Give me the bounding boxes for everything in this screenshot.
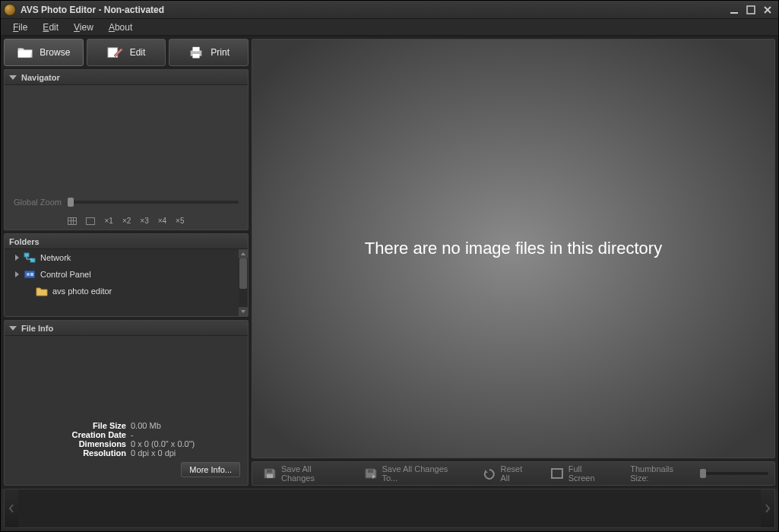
folders-title: Folders <box>9 237 40 246</box>
filesize-value: 0.00 Mb <box>131 421 240 430</box>
network-icon <box>24 252 36 263</box>
minimize-button[interactable] <box>727 4 742 16</box>
svg-rect-13 <box>367 470 372 473</box>
folders-panel: Folders Network Control Panel <box>4 233 249 317</box>
folder-icon <box>36 286 48 296</box>
empty-message: There are no image files in this directo… <box>365 239 662 258</box>
edit-label: Edit <box>130 47 146 58</box>
dimensions-value: 0 x 0 (0.0" x 0.0") <box>131 439 240 448</box>
svg-point-9 <box>27 273 30 276</box>
scroll-down-icon[interactable] <box>239 307 248 316</box>
menu-about[interactable]: About <box>101 21 140 34</box>
print-button[interactable]: Print <box>169 39 249 66</box>
reset-all-button[interactable]: Reset All <box>478 461 538 486</box>
collapse-icon <box>9 75 17 80</box>
fileinfo-grid: File Size 0.00 Mb Creation Date - Dimens… <box>12 421 240 458</box>
resolution-label: Resolution <box>12 448 126 458</box>
menubar: File Edit View About <box>1 19 778 36</box>
slider-thumb[interactable] <box>700 469 706 478</box>
full-screen-label: Full Screen <box>568 464 610 483</box>
filmstrip-left-button[interactable] <box>5 489 18 527</box>
zoom-x1[interactable]: ×1 <box>104 217 112 225</box>
mode-buttons: Browse Edit Print <box>4 39 249 66</box>
full-screen-button[interactable]: Full Screen <box>546 461 615 486</box>
tree-item-network[interactable]: Network <box>5 249 239 266</box>
tree-label: Network <box>40 253 71 262</box>
dimensions-label: Dimensions <box>12 439 126 448</box>
tree-label: Control Panel <box>40 270 91 279</box>
svg-rect-11 <box>267 470 272 473</box>
folders-body: Network Control Panel avs photo editor <box>5 249 248 316</box>
menu-view[interactable]: View <box>66 21 101 34</box>
zoom-x4[interactable]: ×4 <box>158 217 166 225</box>
right-panel: There are no image files in this directo… <box>252 39 775 486</box>
filesize-label: File Size <box>12 421 126 430</box>
more-info-button[interactable]: More Info... <box>181 462 240 477</box>
svg-rect-1 <box>747 6 755 14</box>
edit-button[interactable]: Edit <box>87 39 166 66</box>
menu-file[interactable]: File <box>5 21 35 34</box>
browse-button[interactable]: Browse <box>4 39 84 66</box>
image-canvas: There are no image files in this directo… <box>252 39 775 458</box>
thumbnail-size-control: Thumbnails Size: <box>630 464 768 483</box>
navigator-header[interactable]: Navigator <box>5 70 248 85</box>
expand-icon[interactable] <box>15 271 19 277</box>
collapse-icon <box>9 326 17 331</box>
svg-rect-4 <box>193 47 200 51</box>
scroll-track[interactable] <box>239 258 248 307</box>
maximize-button[interactable] <box>743 4 758 16</box>
save-all-button[interactable]: Save All Changes <box>258 461 352 486</box>
zoom-steps: ×1 ×2 ×3 ×4 ×5 <box>5 217 248 225</box>
bottom-toolbar: Save All Changes Save All Changes To... … <box>252 461 775 486</box>
svg-rect-12 <box>267 474 273 478</box>
global-zoom-slider[interactable] <box>68 201 239 204</box>
navigator-body: Global Zoom ×1 ×2 ×3 ×4 ×5 <box>5 85 248 230</box>
scroll-thumb[interactable] <box>239 258 247 289</box>
thumbnail-size-slider[interactable] <box>700 472 768 475</box>
tree-label: avs photo editor <box>52 287 112 296</box>
zoom-x3[interactable]: ×3 <box>140 217 148 225</box>
zoom-x5[interactable]: ×5 <box>176 217 184 225</box>
slider-thumb[interactable] <box>68 198 74 207</box>
app-window: AVS Photo Editor - Non-activated File Ed… <box>0 0 779 532</box>
reset-all-label: Reset All <box>501 464 534 483</box>
global-zoom-label: Global Zoom <box>14 198 62 207</box>
scroll-up-icon[interactable] <box>239 249 248 258</box>
global-zoom-row: Global Zoom <box>5 198 248 207</box>
svg-rect-10 <box>30 273 33 276</box>
titlebar: AVS Photo Editor - Non-activated <box>1 1 778 19</box>
zoom-x2[interactable]: ×2 <box>122 217 131 225</box>
tree-item-avs-folder[interactable]: avs photo editor <box>5 283 239 299</box>
close-button[interactable] <box>760 4 775 16</box>
app-icon <box>4 4 16 16</box>
svg-rect-0 <box>730 12 738 14</box>
filmstrip-body[interactable] <box>18 489 761 527</box>
fileinfo-title: File Info <box>21 324 53 333</box>
tree-item-control-panel[interactable]: Control Panel <box>5 266 239 283</box>
folders-scrollbar[interactable] <box>239 249 248 316</box>
window-title: AVS Photo Editor - Non-activated <box>21 5 727 15</box>
save-icon <box>263 467 277 480</box>
zoom-grid-icon[interactable] <box>68 217 77 225</box>
expand-icon[interactable] <box>15 255 19 261</box>
save-all-to-button[interactable]: Save All Changes To... <box>359 461 470 486</box>
pencil-icon <box>107 46 124 59</box>
menu-edit[interactable]: Edit <box>35 21 66 34</box>
fileinfo-header[interactable]: File Info <box>5 321 248 336</box>
svg-rect-5 <box>193 54 200 58</box>
navigator-panel: Navigator Global Zoom ×1 ×2 ×3 ×4 ×5 <box>4 69 249 230</box>
filmstrip <box>4 489 775 528</box>
fileinfo-panel: File Info File Size 0.00 Mb Creation Dat… <box>4 320 249 486</box>
control-panel-icon <box>24 269 36 280</box>
browse-label: Browse <box>40 47 70 58</box>
folders-header[interactable]: Folders <box>5 234 248 249</box>
zoom-fit-icon[interactable] <box>86 217 95 225</box>
filmstrip-right-button[interactable] <box>761 489 774 527</box>
reset-icon <box>483 467 496 480</box>
creationdate-label: Creation Date <box>12 430 126 439</box>
creationdate-value: - <box>131 430 240 439</box>
print-label: Print <box>211 47 230 58</box>
save-as-icon <box>364 467 378 480</box>
fullscreen-icon <box>550 467 564 480</box>
save-all-to-label: Save All Changes To... <box>382 464 465 483</box>
